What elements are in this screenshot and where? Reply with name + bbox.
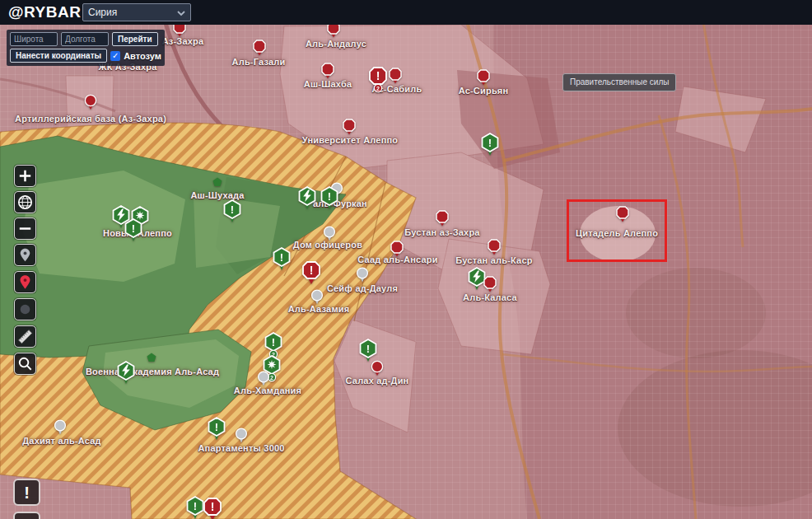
svg-text:!: ! [366,343,370,355]
svg-text:!: ! [280,251,283,264]
gray-marker-button[interactable] [14,244,36,266]
marker-green-lightning[interactable] [116,361,136,388]
latitude-input[interactable] [10,32,58,46]
marker-red-alert[interactable]: ! [301,260,321,288]
plus-icon [15,166,35,186]
alerts-button[interactable]: ! [13,479,40,506]
marker-gray-pin[interactable] [235,428,248,444]
search-button[interactable] [14,353,36,375]
plot-coordinates-button[interactable]: Нанести координаты [10,49,107,63]
marker-red-alert[interactable]: ! [203,497,222,519]
svg-text:!: ! [310,264,314,277]
svg-text:!: ! [194,500,197,512]
ruler-button[interactable] [14,325,36,348]
marker-red-octagon[interactable] [488,239,501,256]
marker-gray-pin[interactable] [310,289,324,306]
globe-button[interactable] [14,191,36,213]
minus-icon [15,218,35,239]
marker-green-alert[interactable]: ! [207,417,226,444]
marker-red-octagon[interactable] [343,119,356,136]
search-icon [15,353,35,374]
ruler-icon [15,326,35,347]
header-bar: @RYBAR Сирия [0,0,812,25]
go-button[interactable]: Перейти [112,32,158,46]
marker-gray-pin[interactable] [356,267,369,283]
area-blob-icon [15,299,35,320]
svg-text:!: ! [215,421,218,433]
longitude-input[interactable] [61,32,109,46]
marker-green-lightning[interactable] [297,186,317,213]
rybar-logo: @RYBAR [8,0,81,25]
marker-green-dot[interactable] [147,353,156,362]
marker-red-octagon[interactable] [436,210,449,227]
marker-red-octagon[interactable] [253,40,266,57]
marker-gray-pin[interactable] [323,226,336,242]
marker-red-circle[interactable] [371,360,384,377]
marker-green-alert[interactable]: ! [222,199,242,227]
marker-red-alert[interactable]: !2 [368,66,388,93]
marker-green-alert[interactable]: ! [124,218,143,245]
forces-tooltip: Правительственные силы [562,73,676,91]
marker-green-alert[interactable]: ! [480,133,500,160]
svg-text:!: ! [376,69,380,82]
svg-text:!: ! [132,222,135,235]
area-select-button[interactable] [14,298,36,320]
marker-green-dot[interactable] [212,177,222,187]
marker-red-octagon[interactable] [390,241,404,258]
alerts-button-secondary[interactable] [13,512,40,519]
svg-text:!: ! [328,190,331,203]
map-markers-layer: !2 ! ! ! [0,0,812,519]
marker-green-alert[interactable]: ! [272,247,292,274]
marker-red-circle[interactable] [84,94,97,111]
marker-gray-pin[interactable] [54,419,67,436]
map-application: Аз-ЗахраЖК Аз-ЗахраАль-АндалусАль-Газали… [0,0,812,519]
svg-text:!: ! [272,336,275,348]
zoom-in-button[interactable] [14,165,36,187]
gray-pin-icon [15,245,35,265]
globe-icon [15,192,35,213]
marker-red-octagon[interactable] [477,69,490,86]
svg-text:2: 2 [270,375,273,381]
svg-text:!: ! [211,500,215,513]
citadel-highlight-rectangle [567,199,667,262]
svg-text:!: ! [231,203,234,216]
autozoom-label: Автозум [124,51,161,61]
red-pin-icon [15,272,35,292]
marker-red-octagon[interactable] [321,63,334,80]
red-marker-button[interactable] [14,271,36,293]
region-select[interactable]: Сирия [82,3,191,21]
region-select-value: Сирия [88,7,117,18]
marker-gray-pin[interactable] [257,371,270,387]
marker-red-octagon[interactable] [389,68,402,85]
zoom-out-button[interactable] [14,217,36,240]
svg-text:!: ! [488,137,492,149]
chevron-down-icon [176,9,186,17]
coordinates-panel: Перейти Нанести координаты ✓ Автозум [7,30,165,66]
svg-text:2: 2 [376,86,380,91]
autozoom-checkbox[interactable]: ✓ [110,51,120,61]
marker-green-alert[interactable]: ! [320,186,339,213]
marker-red-octagon[interactable] [483,276,497,293]
